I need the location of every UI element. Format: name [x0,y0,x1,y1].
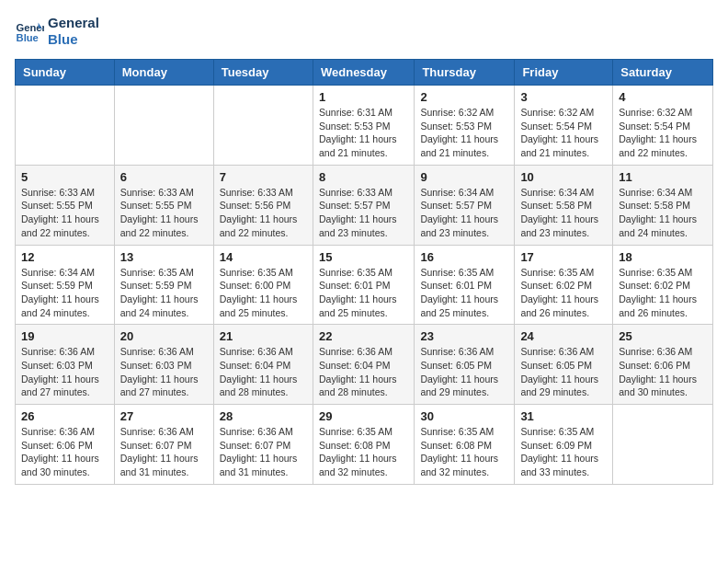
calendar-cell: 11Sunrise: 6:34 AM Sunset: 5:58 PM Dayli… [613,165,713,245]
day-number: 28 [220,409,307,423]
day-info: Sunrise: 6:33 AM Sunset: 5:55 PM Dayligh… [120,186,208,240]
calendar-cell: 1Sunrise: 6:31 AM Sunset: 5:53 PM Daylig… [313,86,414,166]
calendar-cell: 6Sunrise: 6:33 AM Sunset: 5:55 PM Daylig… [114,165,213,245]
day-number: 29 [319,409,408,423]
calendar-cell: 27Sunrise: 6:36 AM Sunset: 6:07 PM Dayli… [114,405,213,485]
day-info: Sunrise: 6:36 AM Sunset: 6:07 PM Dayligh… [220,425,307,479]
calendar-cell: 9Sunrise: 6:34 AM Sunset: 5:57 PM Daylig… [415,165,515,245]
calendar-cell: 16Sunrise: 6:35 AM Sunset: 6:01 PM Dayli… [415,245,515,325]
day-number: 5 [21,170,108,184]
day-number: 16 [420,250,508,264]
calendar-cell: 25Sunrise: 6:36 AM Sunset: 6:06 PM Dayli… [613,325,713,405]
day-number: 25 [619,329,707,343]
day-number: 13 [120,250,208,264]
calendar-week-row: 1Sunrise: 6:31 AM Sunset: 5:53 PM Daylig… [16,86,713,166]
calendar-header-row: SundayMondayTuesdayWednesdayThursdayFrid… [16,60,713,86]
calendar-week-row: 5Sunrise: 6:33 AM Sunset: 5:55 PM Daylig… [16,165,713,245]
day-number: 19 [21,329,108,343]
day-number: 6 [120,170,208,184]
day-info: Sunrise: 6:35 AM Sunset: 6:01 PM Dayligh… [319,266,408,320]
calendar-cell: 2Sunrise: 6:32 AM Sunset: 5:53 PM Daylig… [415,86,515,166]
day-info: Sunrise: 6:34 AM Sunset: 5:57 PM Dayligh… [420,186,508,240]
calendar-cell [16,86,115,166]
day-info: Sunrise: 6:36 AM Sunset: 6:03 PM Dayligh… [21,345,108,399]
calendar-cell [114,86,213,166]
day-info: Sunrise: 6:35 AM Sunset: 6:02 PM Dayligh… [619,266,707,320]
day-info: Sunrise: 6:36 AM Sunset: 6:04 PM Dayligh… [220,345,307,399]
day-info: Sunrise: 6:32 AM Sunset: 5:53 PM Dayligh… [420,106,508,160]
day-info: Sunrise: 6:36 AM Sunset: 6:06 PM Dayligh… [21,425,108,479]
day-number: 14 [220,250,307,264]
day-number: 21 [220,329,307,343]
calendar-cell: 4Sunrise: 6:32 AM Sunset: 5:54 PM Daylig… [613,86,713,166]
calendar-cell: 10Sunrise: 6:34 AM Sunset: 5:58 PM Dayli… [515,165,613,245]
day-info: Sunrise: 6:33 AM Sunset: 5:56 PM Dayligh… [220,186,307,240]
day-number: 1 [319,90,408,104]
day-number: 8 [319,170,408,184]
calendar-cell: 30Sunrise: 6:35 AM Sunset: 6:08 PM Dayli… [415,405,515,485]
day-info: Sunrise: 6:35 AM Sunset: 6:09 PM Dayligh… [520,425,607,479]
col-header-tuesday: Tuesday [213,60,313,86]
calendar-cell: 3Sunrise: 6:32 AM Sunset: 5:54 PM Daylig… [515,86,613,166]
calendar-cell: 14Sunrise: 6:35 AM Sunset: 6:00 PM Dayli… [213,245,313,325]
day-number: 7 [220,170,307,184]
day-info: Sunrise: 6:35 AM Sunset: 6:01 PM Dayligh… [420,266,508,320]
col-header-saturday: Saturday [613,60,713,86]
calendar-cell: 13Sunrise: 6:35 AM Sunset: 5:59 PM Dayli… [114,245,213,325]
day-number: 12 [21,250,108,264]
day-number: 24 [520,329,607,343]
calendar-cell: 20Sunrise: 6:36 AM Sunset: 6:03 PM Dayli… [114,325,213,405]
calendar-table: SundayMondayTuesdayWednesdayThursdayFrid… [15,59,713,485]
col-header-wednesday: Wednesday [313,60,414,86]
day-number: 18 [619,250,707,264]
col-header-thursday: Thursday [415,60,515,86]
day-number: 30 [420,409,508,423]
day-number: 11 [619,170,707,184]
day-info: Sunrise: 6:34 AM Sunset: 5:58 PM Dayligh… [619,186,707,240]
day-number: 17 [520,250,607,264]
calendar-cell [213,86,313,166]
day-number: 23 [420,329,508,343]
day-info: Sunrise: 6:36 AM Sunset: 6:07 PM Dayligh… [120,425,208,479]
day-number: 9 [420,170,508,184]
day-number: 2 [420,90,508,104]
calendar-cell: 7Sunrise: 6:33 AM Sunset: 5:56 PM Daylig… [213,165,313,245]
col-header-monday: Monday [114,60,213,86]
calendar-cell: 23Sunrise: 6:36 AM Sunset: 6:05 PM Dayli… [415,325,515,405]
calendar-cell: 22Sunrise: 6:36 AM Sunset: 6:04 PM Dayli… [313,325,414,405]
calendar-cell: 31Sunrise: 6:35 AM Sunset: 6:09 PM Dayli… [515,405,613,485]
day-info: Sunrise: 6:35 AM Sunset: 6:02 PM Dayligh… [520,266,607,320]
calendar-cell: 5Sunrise: 6:33 AM Sunset: 5:55 PM Daylig… [16,165,115,245]
day-info: Sunrise: 6:35 AM Sunset: 5:59 PM Dayligh… [120,266,208,320]
calendar-cell: 12Sunrise: 6:34 AM Sunset: 5:59 PM Dayli… [16,245,115,325]
calendar-cell: 24Sunrise: 6:36 AM Sunset: 6:05 PM Dayli… [515,325,613,405]
day-info: Sunrise: 6:35 AM Sunset: 6:08 PM Dayligh… [420,425,508,479]
day-info: Sunrise: 6:32 AM Sunset: 5:54 PM Dayligh… [619,106,707,160]
logo-icon: General Blue [15,17,44,46]
col-header-sunday: Sunday [16,60,115,86]
day-number: 4 [619,90,707,104]
day-info: Sunrise: 6:35 AM Sunset: 6:08 PM Dayligh… [319,425,408,479]
day-number: 10 [520,170,607,184]
calendar-cell [613,405,713,485]
logo: General Blue General Blue [15,15,99,48]
calendar-week-row: 19Sunrise: 6:36 AM Sunset: 6:03 PM Dayli… [16,325,713,405]
day-info: Sunrise: 6:32 AM Sunset: 5:54 PM Dayligh… [520,106,607,160]
day-info: Sunrise: 6:36 AM Sunset: 6:05 PM Dayligh… [420,345,508,399]
day-number: 27 [120,409,208,423]
calendar-week-row: 12Sunrise: 6:34 AM Sunset: 5:59 PM Dayli… [16,245,713,325]
calendar-cell: 21Sunrise: 6:36 AM Sunset: 6:04 PM Dayli… [213,325,313,405]
calendar-week-row: 26Sunrise: 6:36 AM Sunset: 6:06 PM Dayli… [16,405,713,485]
day-number: 26 [21,409,108,423]
day-number: 31 [520,409,607,423]
logo-general: General [48,15,99,31]
calendar-cell: 19Sunrise: 6:36 AM Sunset: 6:03 PM Dayli… [16,325,115,405]
day-number: 3 [520,90,607,104]
day-info: Sunrise: 6:36 AM Sunset: 6:03 PM Dayligh… [120,345,208,399]
day-info: Sunrise: 6:33 AM Sunset: 5:55 PM Dayligh… [21,186,108,240]
calendar-cell: 18Sunrise: 6:35 AM Sunset: 6:02 PM Dayli… [613,245,713,325]
logo-blue: Blue [48,31,99,48]
calendar-cell: 26Sunrise: 6:36 AM Sunset: 6:06 PM Dayli… [16,405,115,485]
day-info: Sunrise: 6:34 AM Sunset: 5:59 PM Dayligh… [21,266,108,320]
day-number: 22 [319,329,408,343]
